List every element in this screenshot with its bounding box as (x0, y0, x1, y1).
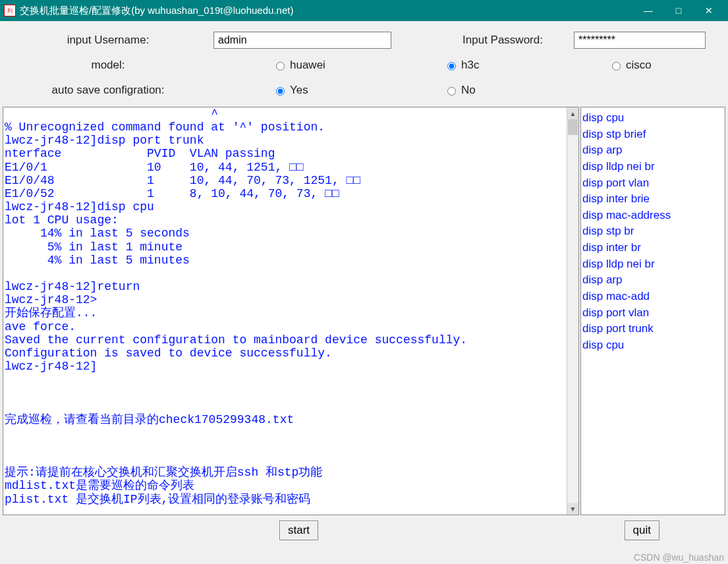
command-list-item[interactable]: disp inter br (582, 240, 723, 256)
bottom-bar: start quit (0, 515, 728, 540)
autosave-label: auto save configration: (3, 84, 213, 97)
command-list-item[interactable]: disp port vlan (582, 175, 723, 192)
command-list-item[interactable]: disp lldp nei br (582, 256, 723, 273)
autosave-radio-no[interactable] (447, 87, 456, 96)
watermark: CSDN @wu_huashan (634, 552, 724, 563)
titlebar: 列 交换机批量巡检/配置修改(by wuhuashan_019t@luohued… (0, 0, 728, 21)
model-radio-h3c[interactable] (447, 62, 456, 70)
command-list-item[interactable]: disp mac-add (582, 289, 723, 305)
command-list-pane: disp cpudisp stp briefdisp arpdisp lldp … (580, 107, 725, 515)
scroll-thumb[interactable] (568, 119, 578, 135)
window-title: 交换机批量巡检/配置修改(by wuhuashan_019t@luohuedu.… (20, 5, 633, 17)
autosave-option-no[interactable]: No (398, 84, 476, 97)
model-option-huawei[interactable]: huawei (213, 59, 398, 72)
model-option-h3c[interactable]: h3c (398, 59, 569, 72)
password-label: Input Password: (437, 34, 569, 47)
terminal-pane: ^ % Unrecognized command found at '^' po… (3, 107, 579, 515)
quit-button[interactable]: quit (625, 521, 659, 540)
model-radio-huawei[interactable] (276, 62, 285, 70)
username-label: input Username: (3, 34, 213, 47)
command-list-item[interactable]: disp stp br (582, 223, 723, 240)
row-autosave: auto save configration: Yes No (3, 78, 725, 103)
scroll-down-icon[interactable]: ▼ (567, 503, 578, 515)
maximize-button[interactable]: □ (663, 1, 694, 20)
scroll-up-icon[interactable]: ▲ (567, 107, 578, 119)
row-credentials: input Username: Input Password: (3, 28, 725, 53)
command-list-item[interactable]: disp mac-address (582, 208, 723, 224)
autosave-radio-yes[interactable] (276, 87, 285, 96)
autosave-option-yes[interactable]: Yes (213, 84, 398, 97)
model-radio-cisco[interactable] (612, 62, 621, 70)
password-input[interactable] (574, 32, 706, 49)
command-list-item[interactable]: disp stp brief (582, 127, 723, 143)
terminal-output[interactable]: ^ % Unrecognized command found at '^' po… (3, 107, 567, 515)
minimize-button[interactable]: — (633, 1, 663, 20)
terminal-scrollbar[interactable]: ▲ ▼ (567, 107, 578, 515)
command-list-item[interactable]: disp inter brie (582, 191, 723, 208)
command-list[interactable]: disp cpudisp stp briefdisp arpdisp lldp … (581, 107, 725, 515)
command-list-item[interactable]: disp port vlan (582, 305, 723, 322)
model-label: model: (3, 59, 213, 72)
form-area: input Username: Input Password: model: h… (0, 21, 728, 107)
command-list-item[interactable]: disp arp (582, 142, 723, 159)
middle-area: ^ % Unrecognized command found at '^' po… (0, 107, 728, 515)
command-list-item[interactable]: disp lldp nei br (582, 159, 723, 175)
app-icon: 列 (4, 5, 16, 16)
start-button[interactable]: start (279, 521, 318, 540)
command-list-item[interactable]: disp cpu (582, 110, 723, 127)
close-button[interactable]: ✕ (694, 1, 724, 20)
command-list-item[interactable]: disp port trunk (582, 321, 723, 337)
row-model: model: huawei h3c cisco (3, 53, 725, 78)
command-list-item[interactable]: disp arp (582, 272, 723, 289)
model-option-cisco[interactable]: cisco (569, 59, 652, 72)
username-input[interactable] (213, 32, 391, 49)
command-list-item[interactable]: disp cpu (582, 337, 723, 354)
